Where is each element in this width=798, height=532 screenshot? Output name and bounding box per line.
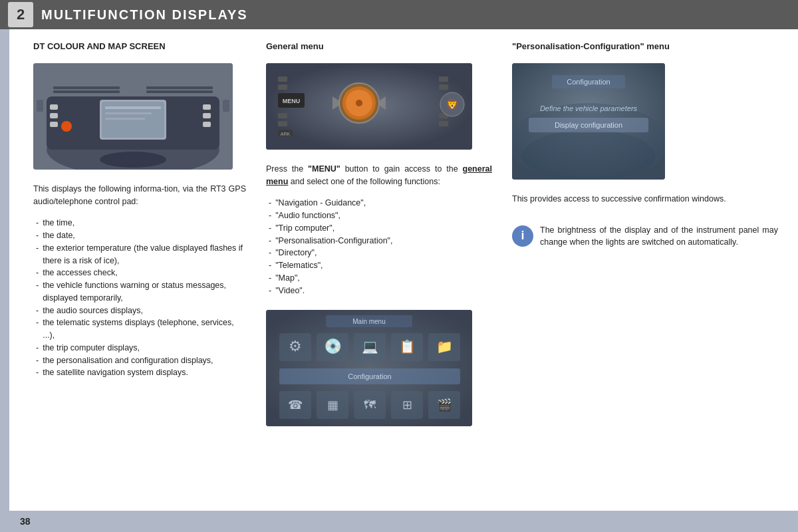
list-item: - "Telematics",: [266, 259, 492, 272]
svg-rect-14: [203, 122, 211, 127]
config-screen-image: Configuration Define the vehicle paramet…: [512, 63, 665, 180]
list-item: - "Video".: [266, 285, 492, 297]
col-left-list: - the time, - the date, - the exterior t…: [33, 217, 246, 379]
svg-text:🦁: 🦁: [446, 98, 459, 111]
col-middle: General menu MENU: [266, 41, 492, 499]
svg-point-11: [61, 121, 72, 132]
list-item: - the trip computer displays,: [33, 342, 246, 354]
info-icon: i: [512, 225, 533, 247]
chapter-number: 2: [8, 2, 33, 27]
svg-text:📁: 📁: [436, 338, 453, 354]
list-item: - the telematic systems displays (teleph…: [33, 317, 246, 342]
main-menu-image: Main menu ⚙ 💿 💻 📋 📁 Configuration ☎: [266, 310, 472, 426]
list-item: - "Audio functions",: [266, 209, 492, 222]
svg-text:☎: ☎: [288, 398, 303, 412]
svg-point-37: [356, 100, 362, 106]
svg-point-15: [100, 152, 166, 168]
list-item: - "Directory",: [266, 247, 492, 259]
svg-text:Configuration: Configuration: [348, 372, 391, 380]
svg-text:⊞: ⊞: [402, 398, 412, 412]
svg-text:⚙: ⚙: [289, 338, 302, 354]
col-right-description: This provides access to successive confi…: [512, 193, 778, 208]
list-item: - the time,: [33, 217, 246, 229]
svg-rect-12: [203, 104, 211, 110]
svg-rect-10: [50, 122, 58, 127]
svg-text:Display configuration: Display configuration: [555, 121, 622, 129]
svg-text:🎬: 🎬: [437, 398, 452, 412]
svg-rect-19: [146, 90, 213, 93]
col-right-title: "Personalisation-Configuration" menu: [512, 41, 778, 53]
svg-rect-6: [105, 112, 152, 114]
svg-rect-20: [37, 100, 43, 112]
content-area: DT COLOUR AND MAP SCREEN: [0, 29, 798, 511]
left-accent: [0, 29, 9, 511]
list-item: - the exterior temperature (the value di…: [33, 242, 246, 267]
header-bar: 2 MULTIFUNCTION DISPLAYS: [0, 0, 798, 29]
svg-rect-39: [439, 84, 448, 90]
col-middle-list: - "Navigation - Guidance", - "Audio func…: [266, 197, 492, 297]
list-item: - the satellite navigation system displa…: [33, 366, 246, 379]
svg-rect-16: [53, 86, 120, 89]
svg-text:📋: 📋: [399, 338, 416, 354]
list-item: - "Navigation - Guidance",: [266, 197, 492, 209]
svg-rect-7: [105, 118, 145, 120]
svg-rect-13: [203, 113, 211, 118]
list-item: - the accesses check,: [33, 267, 246, 279]
svg-rect-18: [146, 86, 213, 89]
list-item: - the date,: [33, 229, 246, 242]
svg-text:Define the vehicle parameters: Define the vehicle parameters: [540, 104, 638, 112]
svg-rect-38: [439, 76, 448, 82]
svg-rect-17: [53, 90, 120, 93]
col-middle-title: General menu: [266, 41, 492, 53]
list-item: - "Map",: [266, 272, 492, 285]
header-title: MULTIFUNCTION DISPLAYS: [41, 7, 248, 23]
list-item: - the personalisation and configuration …: [33, 354, 246, 367]
svg-text:Configuration: Configuration: [567, 78, 610, 86]
col-left-title: DT COLOUR AND MAP SCREEN: [33, 41, 246, 53]
col-left-intro: This displays the following informa-tion…: [33, 183, 246, 211]
svg-rect-9: [50, 113, 58, 118]
svg-rect-27: [278, 84, 287, 90]
svg-rect-26: [278, 76, 287, 82]
svg-rect-29: [278, 121, 287, 126]
col-left: DT COLOUR AND MAP SCREEN: [33, 41, 246, 499]
svg-rect-28: [278, 113, 287, 118]
svg-rect-5: [105, 106, 161, 109]
list-item: - the vehicle functions warning or statu…: [33, 279, 246, 305]
page-number: 38: [20, 516, 31, 527]
svg-text:▦: ▦: [327, 398, 338, 412]
info-box: i The brightness of the display and of t…: [512, 224, 778, 249]
col-middle-description: Press the "MENU" button to gain access t…: [266, 163, 492, 191]
svg-text:💿: 💿: [324, 337, 342, 355]
info-text-content: The brightness of the display and of the…: [540, 224, 778, 249]
svg-text:MENU: MENU: [283, 98, 301, 104]
svg-rect-41: [439, 121, 448, 126]
svg-text:🗺: 🗺: [364, 398, 376, 412]
car-dashboard-image: [33, 63, 233, 170]
list-item: - "Personalisation-Configuration",: [266, 235, 492, 247]
footer: 38: [0, 511, 798, 532]
svg-text:💻: 💻: [362, 338, 378, 354]
list-item: - the audio sources displays,: [33, 305, 246, 317]
col-right: "Personalisation-Configuration" menu Con…: [512, 41, 778, 499]
svg-text:ARK: ARK: [281, 132, 291, 136]
svg-text:Main menu: Main menu: [352, 318, 385, 325]
svg-rect-8: [50, 104, 58, 110]
svg-rect-21: [223, 100, 229, 112]
list-item: - "Trip computer",: [266, 222, 492, 235]
menu-button-image: MENU: [266, 63, 472, 150]
